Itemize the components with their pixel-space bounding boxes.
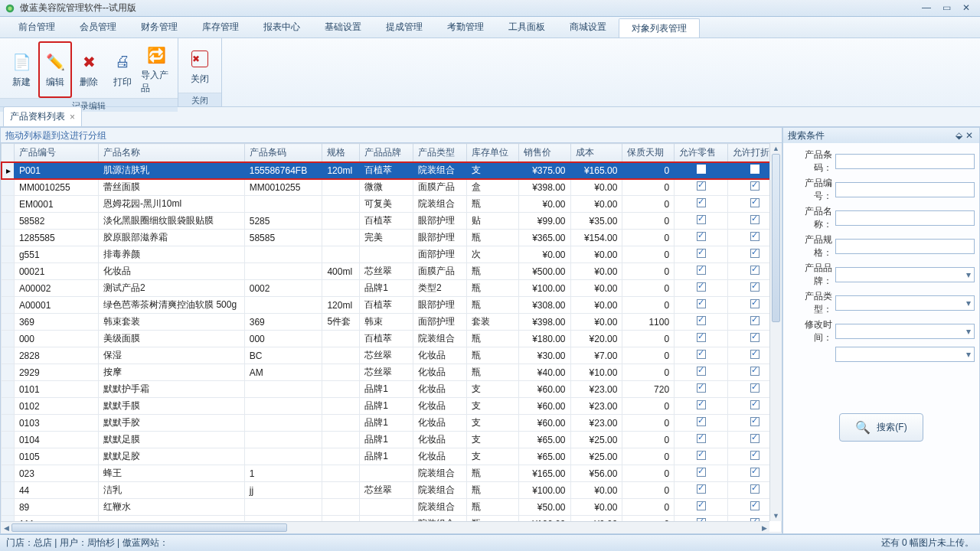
checkbox-icon[interactable] xyxy=(697,282,706,292)
column-header[interactable]: 保质天期 xyxy=(622,144,675,162)
checkbox-icon[interactable] xyxy=(697,468,706,477)
checkbox-icon[interactable] xyxy=(750,367,760,376)
tab-close-icon[interactable]: × xyxy=(70,112,75,122)
table-row[interactable]: 0102默默手膜品牌1化妆品支¥60.00¥23.000 xyxy=(2,398,782,415)
menu-9[interactable]: 商城设置 xyxy=(557,17,619,37)
checkbox-icon[interactable] xyxy=(697,266,706,275)
checkbox-icon[interactable] xyxy=(750,232,760,241)
checkbox-icon[interactable] xyxy=(750,181,760,191)
table-row[interactable]: EM0001恩姆花园-黑川10ml可复美院装组合瓶¥0.00¥0.000 xyxy=(2,196,782,213)
checkbox-icon[interactable] xyxy=(697,350,706,359)
table-row[interactable]: MM0010255蕾丝面膜MM0010255微微面膜产品盒¥398.00¥0.0… xyxy=(2,179,782,196)
table-row[interactable]: 89红鞭水院装组合瓶¥50.00¥0.000 xyxy=(2,499,782,516)
checkbox-icon[interactable] xyxy=(697,451,706,460)
checkbox-icon[interactable] xyxy=(697,484,706,494)
checkbox-icon[interactable] xyxy=(750,350,760,359)
minimize-button[interactable]: — xyxy=(917,3,936,14)
menu-3[interactable]: 库存管理 xyxy=(190,17,251,37)
checkbox-icon[interactable] xyxy=(750,417,760,426)
menu-0[interactable]: 前台管理 xyxy=(6,17,67,37)
table-row[interactable]: 00021化妆品400ml芯丝翠面膜产品瓶¥500.00¥0.000 xyxy=(2,263,782,280)
pin-icon[interactable]: ⬙ xyxy=(953,130,964,141)
menu-6[interactable]: 提成管理 xyxy=(374,17,435,37)
menu-8[interactable]: 工具面板 xyxy=(496,17,557,37)
modtime-combo[interactable]: ▾ xyxy=(835,324,975,339)
vertical-scrollbar[interactable]: ▲ ▼ xyxy=(769,143,782,521)
column-header[interactable]: 产品条码 xyxy=(244,144,322,162)
scroll-down-icon[interactable]: ▼ xyxy=(770,510,782,521)
checkbox-icon[interactable] xyxy=(697,299,706,308)
table-row[interactable]: A00001绿色芭蒂茶树清爽控油软膜 500g120ml百植萃眼部护理瓶¥308… xyxy=(2,297,782,314)
table-row[interactable]: 2828保湿BC芯丝翠化妆品瓶¥30.00¥7.000 xyxy=(2,347,782,364)
maximize-button[interactable]: ▭ xyxy=(937,3,956,14)
table-row[interactable]: 2929按摩AM芯丝翠化妆品瓶¥40.00¥10.000 xyxy=(2,364,782,381)
checkbox-icon[interactable] xyxy=(697,249,706,258)
horizontal-scrollbar[interactable]: ◀ ▶ xyxy=(1,521,769,533)
checkbox-icon[interactable] xyxy=(697,333,706,342)
tab-product-list[interactable]: 产品资料列表 × xyxy=(3,106,82,126)
checkbox-icon[interactable] xyxy=(750,249,760,258)
table-row[interactable]: 369韩束套装3695件套韩束面部护理套装¥398.00¥0.001100 xyxy=(2,314,782,331)
checkbox-icon[interactable] xyxy=(750,400,760,409)
close-button[interactable]: ✖关闭 xyxy=(183,41,217,93)
close-window-button[interactable]: ✕ xyxy=(957,3,975,14)
table-row[interactable]: 023蜂王1院装组合瓶¥165.00¥56.000 xyxy=(2,465,782,482)
checkbox-icon[interactable] xyxy=(750,316,760,325)
checkbox-icon[interactable] xyxy=(750,383,760,393)
table-row[interactable]: g551排毒养颜面部护理次¥0.00¥0.000 xyxy=(2,246,782,263)
checkbox-icon[interactable] xyxy=(750,282,760,292)
new-button[interactable]: 📄新建 xyxy=(5,41,38,98)
checkbox-icon[interactable] xyxy=(750,266,760,275)
h-scroll-thumb[interactable] xyxy=(11,523,287,532)
menu-5[interactable]: 基础设置 xyxy=(312,17,374,37)
column-header[interactable]: 产品名称 xyxy=(99,144,245,162)
extra-combo[interactable]: ▾ xyxy=(835,347,975,362)
column-header[interactable]: 规格 xyxy=(322,144,360,162)
checkbox-icon[interactable] xyxy=(750,468,760,477)
code-input[interactable] xyxy=(835,182,975,197)
table-row[interactable]: 0105默默足胶品牌1化妆品支¥65.00¥25.000 xyxy=(2,448,782,465)
checkbox-icon[interactable] xyxy=(697,215,706,224)
table-row[interactable]: 0104默默足膜品牌1化妆品支¥65.00¥25.000 xyxy=(2,432,782,448)
checkbox-icon[interactable] xyxy=(697,417,706,426)
search-button[interactable]: 🔍 搜索(F) xyxy=(839,413,923,442)
checkbox-icon[interactable] xyxy=(750,299,760,308)
table-row[interactable]: 1285585胶原眼部滋养霜58585完美眼部护理瓶¥365.00¥154.00… xyxy=(2,230,782,246)
barcode-input[interactable] xyxy=(835,154,975,169)
scroll-right-icon[interactable]: ▶ xyxy=(759,522,769,533)
column-header[interactable]: 允许零售 xyxy=(675,144,728,162)
column-header[interactable]: 产品编号 xyxy=(14,144,98,162)
checkbox-icon[interactable] xyxy=(750,333,760,342)
menu-2[interactable]: 财务管理 xyxy=(129,17,190,37)
checkbox-icon[interactable] xyxy=(697,383,706,393)
name-input[interactable] xyxy=(835,210,975,226)
table-row[interactable]: 000美级面膜000百植萃院装组合瓶¥180.00¥20.000 xyxy=(2,331,782,347)
group-by-panel[interactable]: 拖动列标题到这进行分组 xyxy=(1,128,782,143)
spec-input[interactable] xyxy=(835,239,975,254)
menu-1[interactable]: 会员管理 xyxy=(67,17,129,37)
scroll-thumb[interactable] xyxy=(772,154,780,322)
column-header[interactable]: 产品品牌 xyxy=(360,144,413,162)
checkbox-icon[interactable] xyxy=(750,451,760,460)
checkbox-icon[interactable] xyxy=(697,400,706,409)
checkbox-icon[interactable] xyxy=(697,501,706,510)
column-header[interactable]: 销售价 xyxy=(518,144,570,162)
checkbox-icon[interactable] xyxy=(697,165,706,174)
panel-close-icon[interactable]: ✕ xyxy=(964,130,975,141)
scroll-up-icon[interactable]: ▲ xyxy=(770,143,782,154)
delete-button[interactable]: ✖删除 xyxy=(72,41,106,98)
table-row[interactable]: 0101默默护手霜品牌1化妆品支¥60.00¥23.00720 xyxy=(2,381,782,398)
column-header[interactable]: 库存单位 xyxy=(466,144,518,162)
column-header[interactable]: 产品类型 xyxy=(413,144,467,162)
checkbox-icon[interactable] xyxy=(750,434,760,443)
checkbox-icon[interactable] xyxy=(697,181,706,191)
checkbox-icon[interactable] xyxy=(697,198,706,207)
menu-10[interactable]: 对象列表管理 xyxy=(619,18,700,37)
checkbox-icon[interactable] xyxy=(750,215,760,224)
scroll-left-icon[interactable]: ◀ xyxy=(1,522,11,533)
checkbox-icon[interactable] xyxy=(697,316,706,325)
checkbox-icon[interactable] xyxy=(697,232,706,241)
table-row[interactable]: 44洁乳jj芯丝翠院装组合瓶¥100.00¥0.000 xyxy=(2,482,782,499)
column-header[interactable]: 成本 xyxy=(570,144,622,162)
import-button[interactable]: 🔁导入产品 xyxy=(139,41,173,98)
